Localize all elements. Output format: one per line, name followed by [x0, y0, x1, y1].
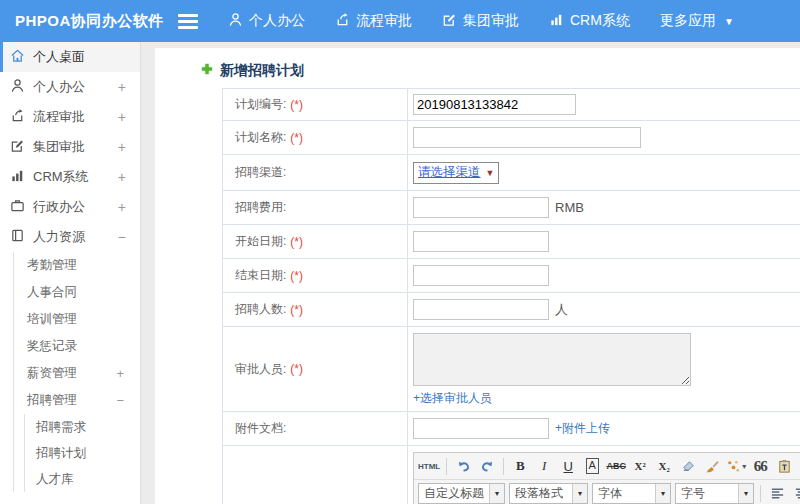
expand-plus-icon[interactable]: + — [118, 79, 126, 95]
html-source-button[interactable]: HTML — [418, 456, 440, 476]
attachment-upload-link[interactable]: +附件上传 — [555, 420, 610, 437]
align-center-icon[interactable] — [791, 483, 800, 503]
expand-plus-icon[interactable]: + — [118, 199, 126, 215]
hamburger-menu-icon[interactable] — [178, 14, 198, 29]
page-title-text: 新增招聘计划 — [220, 62, 304, 80]
plan-no-input[interactable] — [413, 94, 576, 115]
fee-input[interactable] — [413, 197, 549, 218]
page-title: 新增招聘计划 — [155, 48, 800, 80]
rich-text-editor: HTML B I U A ABC X² X₂ — [413, 452, 800, 504]
remove-format-eraser-icon[interactable] — [678, 456, 698, 476]
italic-button[interactable]: I — [534, 456, 554, 476]
subitem-label: 人才库 — [36, 471, 74, 488]
strikethrough-button[interactable]: ABC — [606, 456, 626, 476]
topmenu-more-apps[interactable]: 更多应用 ▼ — [660, 12, 734, 30]
edit-square-icon — [442, 12, 457, 30]
sidebar-subitem-rewards[interactable]: 奖惩记录 — [14, 333, 140, 360]
select-caret-icon: ▼ — [486, 168, 495, 178]
dropdown-caret-icon: ▾ — [738, 484, 753, 503]
expand-plus-icon[interactable]: + — [116, 366, 124, 381]
redo-icon[interactable] — [477, 456, 497, 476]
sidebar-item-crm-system[interactable]: CRM系统 + — [0, 162, 140, 192]
dropdown-caret-icon: ▾ — [655, 484, 670, 503]
sidebar-subitem-recruitment[interactable]: 招聘管理− — [14, 387, 140, 414]
end-date-label: 结束日期: (*) — [223, 259, 408, 292]
sidebar-subitem-training[interactable]: 培训管理 — [14, 306, 140, 333]
subitem-label: 招聘需求 — [36, 419, 86, 436]
collapse-minus-icon[interactable]: − — [116, 393, 124, 408]
sidebar-subitem-recruit-demand[interactable]: 招聘需求 — [25, 414, 140, 440]
attachment-input[interactable] — [413, 418, 549, 439]
approvers-label: 审批人员: (*) — [223, 327, 408, 411]
add-plus-icon — [200, 62, 214, 80]
end-date-input[interactable] — [413, 265, 549, 286]
start-date-input[interactable] — [413, 231, 549, 252]
topmenu-workflow-approval[interactable]: 流程审批 — [335, 12, 412, 30]
required-mark: (*) — [290, 362, 303, 376]
clean-brush-icon[interactable] — [702, 456, 722, 476]
sidebar-subitem-hr-contract[interactable]: 人事合同 — [14, 279, 140, 306]
sidebar: 个人桌面 个人办公 + 流程审批 + 集团审批 + CRM系统 + 行政办公 + — [0, 42, 141, 504]
expand-plus-icon[interactable]: + — [118, 109, 126, 125]
select-approvers-link[interactable]: +选择审批人员 — [413, 390, 691, 407]
channel-select[interactable]: 请选择渠道 ▼ — [413, 162, 499, 184]
app-logo: PHPOA协同办公软件 — [0, 12, 178, 31]
sidebar-subitem-talent-pool[interactable]: 人才库 — [25, 466, 140, 492]
home-icon — [10, 48, 25, 66]
expand-plus-icon[interactable]: + — [118, 139, 126, 155]
required-mark: (*) — [290, 98, 303, 112]
recruitment-submenu: 招聘需求 招聘计划 人才库 — [24, 414, 140, 492]
form-row-plan-no: 计划编号: (*) — [223, 89, 800, 121]
topmenu-crm-system[interactable]: CRM系统 — [549, 12, 630, 30]
underline-button[interactable]: U — [558, 456, 578, 476]
custom-heading-select[interactable]: 自定义标题▾ — [418, 483, 505, 504]
sidebar-item-workflow-approval[interactable]: 流程审批 + — [0, 102, 140, 132]
required-mark: (*) — [290, 303, 303, 317]
format-painter-icon[interactable]: ▾ — [726, 456, 746, 476]
paste-clipboard-icon[interactable] — [774, 456, 794, 476]
approvers-textarea[interactable] — [413, 333, 691, 386]
editor-row-label — [223, 446, 408, 504]
form-row-fee: 招聘费用: RMB — [223, 191, 800, 225]
plan-name-input[interactable] — [413, 127, 641, 148]
form-row-editor: HTML B I U A ABC X² X₂ — [223, 446, 800, 504]
font-size-select[interactable]: 字号▾ — [675, 483, 754, 504]
sidebar-item-label: CRM系统 — [33, 168, 89, 186]
topmenu-label: 更多应用 — [660, 12, 716, 30]
sidebar-item-label: 个人办公 — [33, 78, 85, 96]
user-icon — [10, 78, 25, 96]
main-content: 新增招聘计划 计划编号: (*) 计划名称: (*) — [155, 48, 800, 504]
headcount-input[interactable] — [413, 299, 549, 320]
subitem-label: 考勤管理 — [27, 257, 77, 274]
expand-plus-icon[interactable]: + — [118, 169, 126, 185]
sidebar-item-label: 行政办公 — [33, 198, 85, 216]
sidebar-item-admin-office[interactable]: 行政办公 + — [0, 192, 140, 222]
form-row-headcount: 招聘人数: (*) 人 — [223, 293, 800, 327]
subscript-button[interactable]: X₂ — [654, 456, 674, 476]
sidebar-subitem-recruit-plan[interactable]: 招聘计划 — [25, 440, 140, 466]
attachment-label: 附件文档: — [223, 412, 408, 445]
superscript-button[interactable]: X² — [630, 456, 650, 476]
topmenu-personal-office[interactable]: 个人办公 — [228, 12, 305, 30]
undo-icon[interactable] — [453, 456, 473, 476]
blockquote-button[interactable]: 66 — [750, 456, 770, 476]
chevron-down-icon: ▼ — [724, 16, 734, 27]
collapse-minus-icon[interactable]: − — [118, 229, 126, 245]
topmenu-label: 个人办公 — [249, 12, 305, 30]
required-mark: (*) — [290, 131, 303, 145]
paragraph-format-select[interactable]: 段落格式▾ — [509, 483, 588, 504]
subitem-label: 招聘管理 — [27, 392, 77, 409]
sidebar-item-personal-office[interactable]: 个人办公 + — [0, 72, 140, 102]
toolbar-separator — [503, 458, 504, 475]
sidebar-item-personal-desktop[interactable]: 个人桌面 — [0, 42, 140, 72]
headcount-label: 招聘人数: (*) — [223, 293, 408, 326]
inline-style-button[interactable]: A — [586, 458, 599, 474]
sidebar-item-group-approval[interactable]: 集团审批 + — [0, 132, 140, 162]
topmenu-group-approval[interactable]: 集团审批 — [442, 12, 519, 30]
font-family-select[interactable]: 字体▾ — [592, 483, 671, 504]
align-left-icon[interactable] — [767, 483, 787, 503]
sidebar-subitem-attendance[interactable]: 考勤管理 — [14, 252, 140, 279]
sidebar-subitem-salary[interactable]: 薪资管理+ — [14, 360, 140, 387]
sidebar-item-human-resources[interactable]: 人力资源 − — [0, 222, 140, 252]
bold-button[interactable]: B — [510, 456, 530, 476]
